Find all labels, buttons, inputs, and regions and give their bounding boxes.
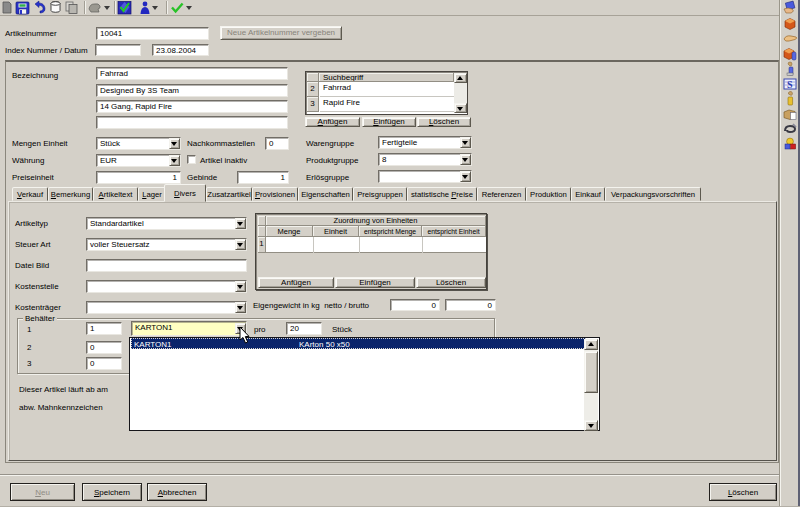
svg-text:S: S bbox=[787, 79, 793, 90]
